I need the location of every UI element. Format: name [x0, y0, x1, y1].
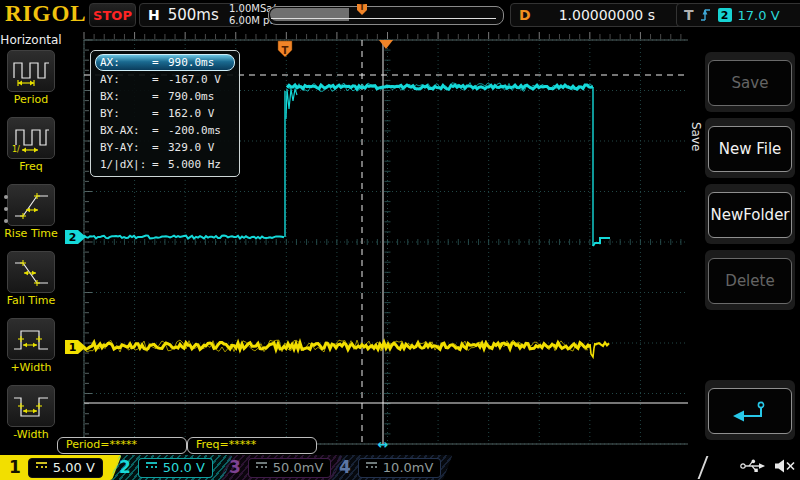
channel-4-tab[interactable]: 4 10.0mV [330, 455, 443, 480]
freq-readout: Freq=***** [187, 437, 317, 454]
channel-status-bar: 1 5.00 V 2 50.0 V 3 50.0mV 4 [0, 455, 800, 480]
menu-item-label: +Width [0, 361, 62, 374]
cursor-measurement-panel: AX:=990.0ms AY:=-167.0 V BX:=790.0ms BY:… [90, 50, 240, 177]
cursor-row-ay[interactable]: AY:=-167.0 V [95, 71, 235, 88]
delay-label: D [519, 7, 531, 23]
menu-item-minus-width[interactable]: -Width [0, 385, 62, 452]
save-button[interactable]: Save [708, 60, 792, 106]
channel-3-number: 3 [229, 455, 241, 480]
svg-text:2: 2 [69, 231, 77, 244]
minus-width-icon [7, 385, 55, 427]
rise-time-icon [7, 184, 55, 226]
delay-box: D 1.00000000 s [510, 3, 686, 27]
fall-time-icon [7, 251, 55, 293]
dc-coupling-icon [36, 462, 47, 473]
channel-1-scale: 5.00 V [53, 460, 95, 475]
menu-page-dots [4, 195, 8, 223]
delay-position-marker[interactable] [379, 40, 393, 49]
channel-1-number: 1 [9, 455, 21, 480]
menu-item-label: -Width [0, 428, 62, 441]
system-status-icons [740, 458, 796, 474]
channel-2-scale: 50.0 V [163, 460, 205, 475]
ch1-tail [595, 343, 609, 346]
horizontal-scale-box: H 500ms [139, 3, 242, 27]
new-folder-button[interactable]: NewFolder [708, 192, 792, 238]
menu-item-fall-time[interactable]: Fall Time [0, 251, 62, 318]
rigol-logo: RIGOL [5, 1, 87, 27]
menu-item-label: Fall Time [0, 294, 62, 307]
cursor-move-handle-icon: ↔ [378, 437, 389, 452]
menu-tab-save: Save [688, 105, 703, 169]
channel-2-tab[interactable]: 2 50.0 V [110, 455, 223, 480]
svg-text:1: 1 [69, 341, 77, 354]
menu-item-label: Freq [0, 160, 62, 173]
svg-text:1/: 1/ [12, 145, 20, 153]
right-menu: Save Save New File NewFolder Delete [688, 30, 800, 455]
dc-coupling-icon [366, 462, 377, 473]
channel-3-tab[interactable]: 3 50.0mV [220, 455, 333, 480]
speaker-muted-icon [774, 458, 796, 474]
preview-waveform [269, 7, 501, 24]
channel-2-number: 2 [119, 455, 131, 480]
top-status-bar: RIGOL STOP H 500ms 1.00MSa/s 6.00M pts T… [0, 0, 800, 30]
channel-3-scale: 50.0mV [273, 460, 324, 475]
menu-item-rise-time[interactable]: Rise Time [0, 184, 62, 251]
channel-4-scale: 10.0mV [383, 460, 434, 475]
cursor-row-bx-ax[interactable]: BX-AX:=-200.0ms [95, 122, 235, 139]
oscilloscope-screen: RIGOL STOP H 500ms 1.00MSa/s 6.00M pts T… [0, 0, 800, 480]
return-button[interactable] [708, 388, 792, 434]
ch2-tail [593, 238, 610, 246]
waveform-preview-strip: T [268, 6, 504, 25]
menu-item-freq[interactable]: 1/ Freq [0, 117, 62, 184]
svg-text:T: T [282, 45, 289, 56]
channel-3-scale-box: 50.0mV [248, 458, 332, 478]
channel-2-scale-box: 50.0 V [138, 458, 213, 478]
freq-icon: 1/ [7, 117, 55, 159]
trigger-level-value: 17.0 V [738, 8, 780, 23]
menu-item-plus-width[interactable]: +Width [0, 318, 62, 385]
dc-coupling-icon [146, 462, 157, 473]
graticule-area[interactable]: ↔21TT AX:=990.0ms AY:=-167.0 V BX:=790.0… [62, 30, 710, 455]
h-label: H [148, 7, 160, 23]
channel-4-number: 4 [339, 455, 351, 480]
trigger-source-badge: 2 [718, 8, 732, 22]
run-state-indicator: STOP [89, 3, 136, 27]
usb-icon [740, 458, 766, 474]
rising-edge-icon [700, 7, 712, 23]
trigger-label: T [684, 7, 694, 23]
channel-4-scale-box: 10.0mV [358, 458, 442, 478]
return-arrow-icon [731, 399, 769, 423]
period-icon [7, 50, 55, 92]
cursor-row-inv-dx[interactable]: 1/|dX|:=5.000 Hz [95, 156, 235, 173]
channel-1-tab[interactable]: 1 5.00 V [0, 455, 112, 480]
ch1-dip [590, 343, 595, 357]
new-file-button[interactable]: New File [708, 126, 792, 172]
trigger-status-box: T 2 17.0 V [676, 3, 800, 27]
delete-button[interactable]: Delete [708, 258, 792, 304]
cursor-row-bx[interactable]: BX:=790.0ms [95, 88, 235, 105]
cursor-row-by-ay[interactable]: BY-AY:=329.0 V [95, 139, 235, 156]
cursor-row-ax[interactable]: AX:=990.0ms [95, 54, 235, 71]
menu-item-label: Period [0, 93, 62, 106]
menu-item-period[interactable]: Period [0, 50, 62, 117]
ch2-ringing [286, 89, 297, 119]
plus-width-icon [7, 318, 55, 360]
ch2-waveform-low [84, 236, 284, 239]
h-scale-value: 500ms [168, 6, 219, 24]
delay-value: 1.00000000 s [537, 7, 677, 23]
left-menu-title: Horizontal [0, 30, 62, 50]
dc-coupling-icon [256, 462, 267, 473]
period-readout: Period=***** [57, 437, 187, 454]
left-menu: Horizontal Period 1/ Freq [0, 30, 62, 455]
channel-1-scale-box: 5.00 V [28, 458, 103, 478]
cursor-row-by[interactable]: BY:=162.0 V [95, 105, 235, 122]
menu-item-label: Rise Time [0, 227, 62, 240]
